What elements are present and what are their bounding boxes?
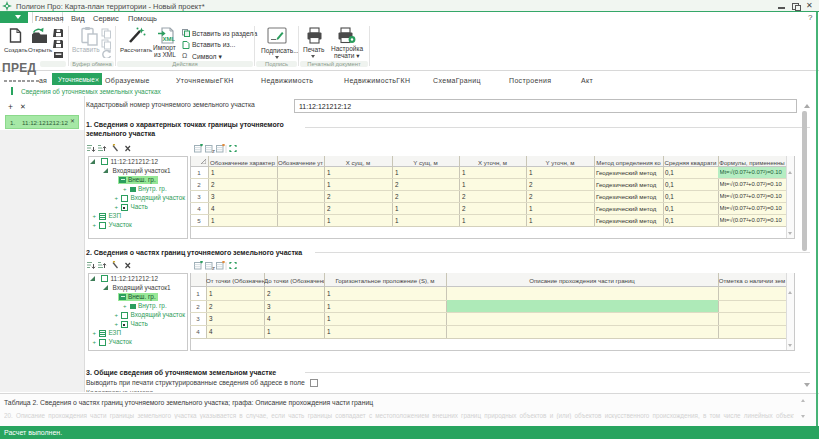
svg-text:z: z [212,147,215,153]
svg-text:XML: XML [163,36,176,42]
svg-text:z: z [212,264,215,270]
